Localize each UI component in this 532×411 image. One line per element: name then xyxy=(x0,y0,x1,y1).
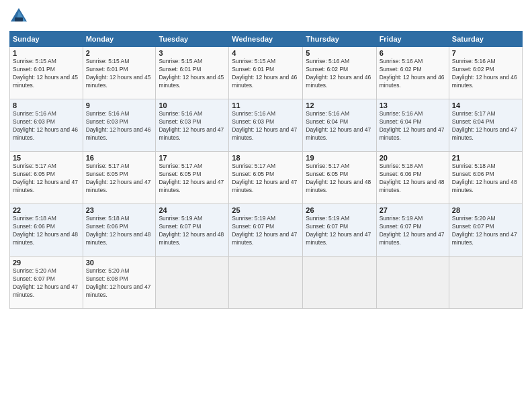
day-number: 14 xyxy=(452,101,519,109)
calendar-cell: 30 Sunrise: 5:20 AM Sunset: 6:08 PM Dayl… xyxy=(83,257,156,309)
calendar-cell: 17 Sunrise: 5:17 AM Sunset: 6:05 PM Dayl… xyxy=(156,152,229,204)
calendar-cell: 10 Sunrise: 5:16 AM Sunset: 6:03 PM Dayl… xyxy=(156,99,229,152)
daylight-text: Daylight: 12 hours and 45 minutes. xyxy=(86,74,153,90)
day-info: Sunrise: 5:19 AM Sunset: 6:07 PM Dayligh… xyxy=(380,215,446,247)
sunrise-text: Sunrise: 5:15 AM xyxy=(86,58,153,66)
sunrise-text: Sunrise: 5:15 AM xyxy=(13,58,80,66)
calendar-cell: 28 Sunrise: 5:20 AM Sunset: 6:07 PM Dayl… xyxy=(449,204,522,257)
logo-icon xyxy=(9,7,28,26)
sunset-text: Sunset: 6:05 PM xyxy=(86,171,153,179)
day-info: Sunrise: 5:20 AM Sunset: 6:07 PM Dayligh… xyxy=(13,267,80,300)
calendar-cell: 16 Sunrise: 5:17 AM Sunset: 6:05 PM Dayl… xyxy=(83,152,156,204)
day-info: Sunrise: 5:18 AM Sunset: 6:06 PM Dayligh… xyxy=(86,215,153,247)
calendar-cell xyxy=(376,257,449,309)
calendar-cell: 27 Sunrise: 5:19 AM Sunset: 6:07 PM Dayl… xyxy=(376,204,449,257)
sunrise-text: Sunrise: 5:18 AM xyxy=(452,163,519,171)
calendar-cell: 19 Sunrise: 5:17 AM Sunset: 6:05 PM Dayl… xyxy=(303,152,376,204)
weekday-header: Friday xyxy=(376,32,449,47)
weekday-header: Sunday xyxy=(10,32,83,47)
calendar-cell: 25 Sunrise: 5:19 AM Sunset: 6:07 PM Dayl… xyxy=(229,204,303,257)
day-info: Sunrise: 5:16 AM Sunset: 6:03 PM Dayligh… xyxy=(13,110,80,142)
daylight-text: Daylight: 12 hours and 47 minutes. xyxy=(159,126,226,142)
daylight-text: Daylight: 12 hours and 47 minutes. xyxy=(306,126,373,142)
day-number: 25 xyxy=(232,206,300,214)
sunrise-text: Sunrise: 5:16 AM xyxy=(232,110,300,118)
day-info: Sunrise: 5:17 AM Sunset: 6:05 PM Dayligh… xyxy=(159,163,226,195)
day-number: 3 xyxy=(159,49,226,57)
day-number: 29 xyxy=(13,259,80,267)
calendar-cell: 21 Sunrise: 5:18 AM Sunset: 6:06 PM Dayl… xyxy=(449,152,522,204)
day-number: 15 xyxy=(13,154,80,162)
day-info: Sunrise: 5:17 AM Sunset: 6:05 PM Dayligh… xyxy=(13,163,80,195)
sunset-text: Sunset: 6:07 PM xyxy=(13,275,80,283)
day-info: Sunrise: 5:16 AM Sunset: 6:02 PM Dayligh… xyxy=(306,58,373,90)
daylight-text: Daylight: 12 hours and 47 minutes. xyxy=(306,231,373,247)
calendar-cell: 8 Sunrise: 5:16 AM Sunset: 6:03 PM Dayli… xyxy=(10,99,83,152)
daylight-text: Daylight: 12 hours and 47 minutes. xyxy=(452,126,519,142)
day-info: Sunrise: 5:16 AM Sunset: 6:02 PM Dayligh… xyxy=(452,58,519,90)
day-info: Sunrise: 5:16 AM Sunset: 6:03 PM Dayligh… xyxy=(232,110,300,142)
sunset-text: Sunset: 6:07 PM xyxy=(232,223,300,231)
sunrise-text: Sunrise: 5:16 AM xyxy=(13,110,80,118)
calendar-cell xyxy=(229,257,303,309)
calendar-cell xyxy=(303,257,376,309)
weekday-header: Thursday xyxy=(303,32,376,47)
sunrise-text: Sunrise: 5:16 AM xyxy=(380,110,446,118)
day-info: Sunrise: 5:18 AM Sunset: 6:06 PM Dayligh… xyxy=(452,163,519,195)
day-number: 26 xyxy=(306,206,373,214)
day-number: 17 xyxy=(159,154,226,162)
daylight-text: Daylight: 12 hours and 47 minutes. xyxy=(232,126,300,142)
sunrise-text: Sunrise: 5:18 AM xyxy=(13,215,80,223)
calendar-cell: 20 Sunrise: 5:18 AM Sunset: 6:06 PM Dayl… xyxy=(376,152,449,204)
calendar-cell xyxy=(156,257,229,309)
daylight-text: Daylight: 12 hours and 48 minutes. xyxy=(452,179,519,195)
sunrise-text: Sunrise: 5:19 AM xyxy=(232,215,300,223)
day-number: 21 xyxy=(452,154,519,162)
sunrise-text: Sunrise: 5:15 AM xyxy=(159,58,226,66)
sunrise-text: Sunrise: 5:19 AM xyxy=(306,215,373,223)
sunrise-text: Sunrise: 5:18 AM xyxy=(86,215,153,223)
daylight-text: Daylight: 12 hours and 48 minutes. xyxy=(159,231,226,247)
day-info: Sunrise: 5:16 AM Sunset: 6:04 PM Dayligh… xyxy=(380,110,446,142)
sunset-text: Sunset: 6:02 PM xyxy=(452,66,519,74)
calendar-cell: 3 Sunrise: 5:15 AM Sunset: 6:01 PM Dayli… xyxy=(156,47,229,99)
logo xyxy=(9,7,31,26)
daylight-text: Daylight: 12 hours and 45 minutes. xyxy=(159,74,226,90)
sunset-text: Sunset: 6:03 PM xyxy=(13,118,80,126)
daylight-text: Daylight: 12 hours and 47 minutes. xyxy=(13,179,80,195)
daylight-text: Daylight: 12 hours and 47 minutes. xyxy=(86,283,153,300)
calendar-cell xyxy=(449,257,522,309)
calendar-cell: 7 Sunrise: 5:16 AM Sunset: 6:02 PM Dayli… xyxy=(449,47,522,99)
sunrise-text: Sunrise: 5:17 AM xyxy=(159,163,226,171)
sunrise-text: Sunrise: 5:18 AM xyxy=(380,163,446,171)
sunset-text: Sunset: 6:05 PM xyxy=(159,171,226,179)
sunset-text: Sunset: 6:05 PM xyxy=(13,171,80,179)
sunset-text: Sunset: 6:06 PM xyxy=(86,223,153,231)
day-info: Sunrise: 5:16 AM Sunset: 6:02 PM Dayligh… xyxy=(380,58,446,90)
daylight-text: Daylight: 12 hours and 47 minutes. xyxy=(380,126,446,142)
day-number: 10 xyxy=(159,101,226,109)
daylight-text: Daylight: 12 hours and 48 minutes. xyxy=(380,179,446,195)
daylight-text: Daylight: 12 hours and 47 minutes. xyxy=(452,231,519,247)
sunset-text: Sunset: 6:06 PM xyxy=(380,171,446,179)
daylight-text: Daylight: 12 hours and 48 minutes. xyxy=(13,231,80,247)
day-number: 30 xyxy=(86,259,153,267)
daylight-text: Daylight: 12 hours and 46 minutes. xyxy=(13,126,80,142)
calendar-cell: 1 Sunrise: 5:15 AM Sunset: 6:01 PM Dayli… xyxy=(10,47,83,99)
day-info: Sunrise: 5:17 AM Sunset: 6:05 PM Dayligh… xyxy=(86,163,153,195)
day-info: Sunrise: 5:18 AM Sunset: 6:06 PM Dayligh… xyxy=(13,215,80,247)
sunset-text: Sunset: 6:03 PM xyxy=(86,118,153,126)
day-number: 27 xyxy=(380,206,446,214)
sunset-text: Sunset: 6:05 PM xyxy=(306,171,373,179)
calendar-cell: 24 Sunrise: 5:19 AM Sunset: 6:07 PM Dayl… xyxy=(156,204,229,257)
sunset-text: Sunset: 6:04 PM xyxy=(452,118,519,126)
day-number: 12 xyxy=(306,101,373,109)
calendar-cell: 5 Sunrise: 5:16 AM Sunset: 6:02 PM Dayli… xyxy=(303,47,376,99)
sunset-text: Sunset: 6:06 PM xyxy=(13,223,80,231)
daylight-text: Daylight: 12 hours and 48 minutes. xyxy=(306,179,373,195)
day-number: 20 xyxy=(380,154,446,162)
calendar-cell: 22 Sunrise: 5:18 AM Sunset: 6:06 PM Dayl… xyxy=(10,204,83,257)
day-info: Sunrise: 5:18 AM Sunset: 6:06 PM Dayligh… xyxy=(380,163,446,195)
calendar-cell: 2 Sunrise: 5:15 AM Sunset: 6:01 PM Dayli… xyxy=(83,47,156,99)
day-info: Sunrise: 5:19 AM Sunset: 6:07 PM Dayligh… xyxy=(159,215,226,247)
